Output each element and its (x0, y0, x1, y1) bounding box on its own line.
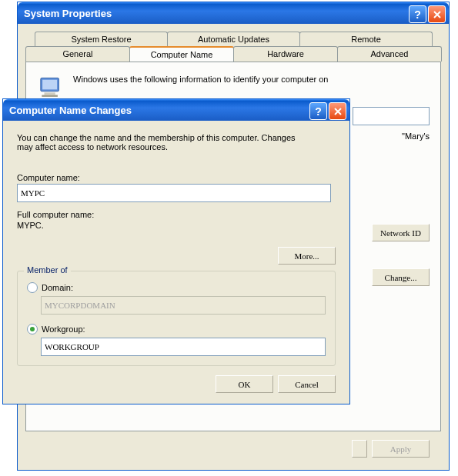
titlebar[interactable]: System Properties ? (18, 2, 449, 24)
tab-computer-name[interactable]: Computer Name (129, 46, 234, 62)
tab-system-restore[interactable]: System Restore (35, 32, 168, 46)
domain-radio[interactable] (27, 282, 38, 293)
full-computer-name-label: Full computer name: (17, 210, 336, 219)
tab-automatic-updates[interactable]: Automatic Updates (167, 32, 300, 46)
description-input[interactable] (353, 107, 430, 125)
tab-advanced[interactable]: Advanced (337, 46, 442, 62)
partial-button[interactable] (352, 440, 367, 458)
computer-name-label: Computer name: (17, 173, 336, 182)
svg-rect-3 (42, 95, 58, 97)
svg-rect-1 (42, 80, 57, 90)
more-button[interactable]: More... (278, 247, 336, 265)
dialog-titlebar[interactable]: Computer Name Changes ? (3, 99, 349, 121)
computer-name-changes-dialog: Computer Name Changes ? You can change t… (2, 98, 350, 404)
dialog-title: Computer Name Changes (9, 105, 132, 116)
workgroup-input[interactable] (41, 338, 326, 356)
svg-rect-2 (45, 92, 55, 95)
intro-text: You can change the name and the membersh… (17, 133, 309, 151)
workgroup-label: Workgroup: (42, 325, 85, 334)
change-button[interactable]: Change... (372, 268, 430, 286)
window-title: System Properties (24, 8, 112, 19)
domain-label: Domain: (42, 283, 73, 292)
help-button[interactable]: ? (409, 5, 426, 23)
workgroup-radio[interactable] (27, 324, 38, 335)
dialog-client: You can change the name and the membersh… (3, 121, 349, 404)
tab-strip: System Restore Automatic Updates Remote … (25, 32, 441, 62)
close-button[interactable] (428, 5, 446, 23)
full-computer-name-value: MYPC. (17, 221, 336, 230)
computer-name-input[interactable] (17, 184, 331, 202)
apply-button[interactable]: Apply (372, 440, 430, 458)
tab-hardware[interactable]: Hardware (233, 46, 338, 62)
dialog-help-button[interactable]: ? (309, 102, 327, 120)
cancel-button[interactable]: Cancel (278, 375, 336, 393)
member-of-legend: Member of (24, 265, 71, 275)
ok-button[interactable]: OK (216, 375, 273, 393)
network-id-button[interactable]: Network ID (372, 224, 430, 241)
tab-general[interactable]: General (25, 46, 130, 62)
domain-input (41, 296, 326, 315)
dialog-close-button[interactable] (329, 102, 346, 120)
tab-remote[interactable]: Remote (299, 32, 433, 46)
example-text: "Mary's (402, 131, 430, 141)
member-of-group: Member of Domain: Workgroup: (17, 271, 336, 366)
description-text: Windows uses the following information t… (73, 73, 366, 84)
